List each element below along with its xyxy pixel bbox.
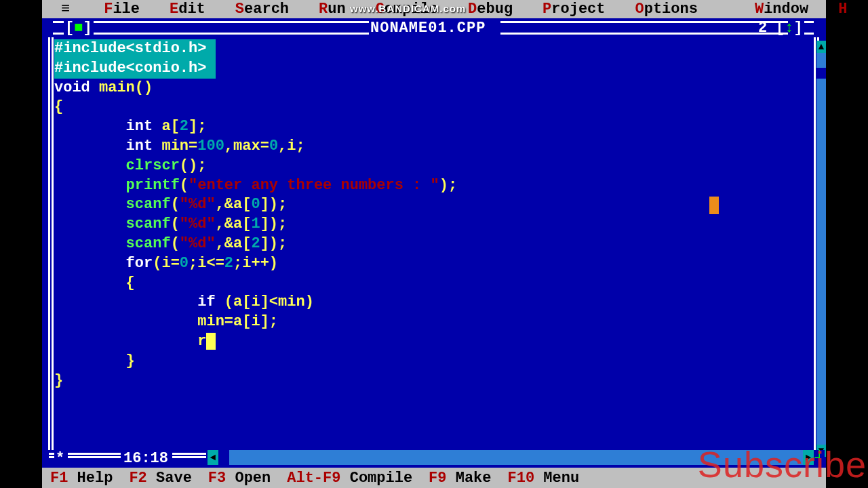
- text-cursor: _: [206, 333, 215, 350]
- window-title: NONAME01.CPP: [370, 20, 486, 37]
- watermark: www.BANDICAM.com: [350, 3, 466, 14]
- hscroll-thumb[interactable]: [218, 450, 229, 465]
- selection: #include<conio.h>: [54, 59, 216, 79]
- scroll-up-icon[interactable]: ▲: [816, 41, 826, 53]
- system-menu-icon[interactable]: ≡: [42, 1, 89, 18]
- window-title-bar: [■] NONAME01.CPP 2 [↕]: [42, 18, 826, 37]
- code-editor[interactable]: #include<stdio.h> #include<conio.h> void…: [54, 39, 812, 447]
- zoom-button[interactable]: [↕]: [776, 20, 803, 37]
- fn-help[interactable]: F1 Help: [42, 470, 121, 487]
- menu-edit[interactable]: Edit: [155, 1, 220, 18]
- modified-indicator: *: [56, 450, 64, 467]
- menu-file[interactable]: File: [89, 1, 155, 18]
- menu-options[interactable]: Options: [620, 1, 713, 18]
- fn-make[interactable]: F9 Make: [420, 470, 499, 487]
- ide-window: ≡ File Edit Search Run Compile Debug Pro…: [42, 0, 826, 488]
- marker: [709, 197, 719, 214]
- frame-left: [48, 37, 54, 450]
- scroll-thumb[interactable]: [816, 68, 826, 79]
- close-button[interactable]: [■]: [65, 20, 92, 37]
- fn-menu[interactable]: F10 Menu: [500, 470, 588, 487]
- scroll-track[interactable]: [816, 53, 826, 445]
- vertical-scrollbar[interactable]: ▲ ▼: [816, 41, 826, 457]
- cursor-position: 16:18: [123, 450, 168, 467]
- window-number: 2: [758, 20, 767, 37]
- fn-compile[interactable]: Alt-F9 Compile: [279, 470, 420, 487]
- menu-window[interactable]: Window: [740, 1, 823, 18]
- selection: #include<stdio.h>: [54, 39, 216, 59]
- fn-open[interactable]: F3 Open: [200, 470, 279, 487]
- menu-help[interactable]: Help: [823, 1, 868, 18]
- menu-project[interactable]: Project: [528, 1, 620, 18]
- subscribe-overlay: Subscribe: [698, 443, 867, 485]
- hscroll-left-icon[interactable]: ◄: [208, 450, 218, 465]
- menu-search[interactable]: Search: [220, 1, 304, 18]
- fn-save[interactable]: F2 Save: [121, 470, 199, 487]
